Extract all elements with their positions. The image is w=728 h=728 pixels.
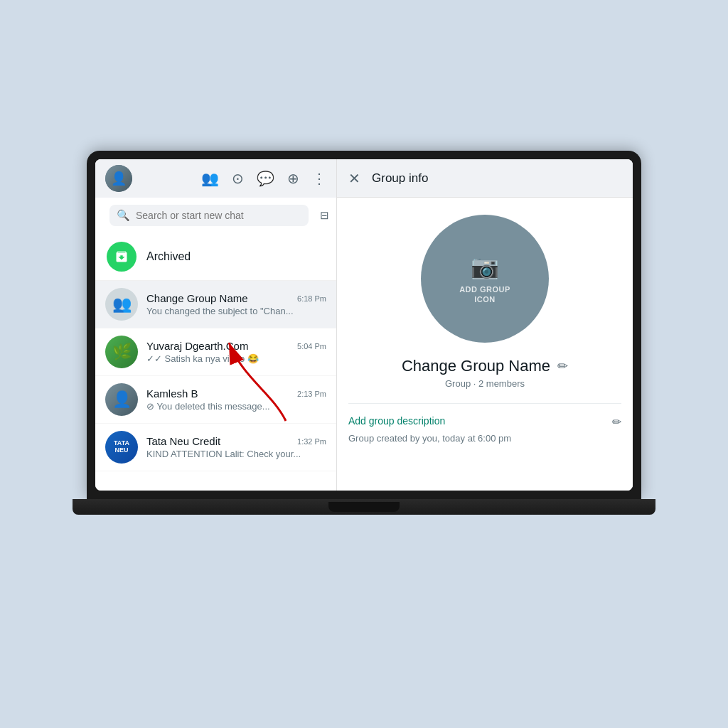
status-icon[interactable]: ⊙ bbox=[232, 170, 244, 187]
chat-preview-kamlesh: ⊘ You deleted this message... bbox=[146, 401, 326, 412]
chat-item-group[interactable]: 👥 Change Group Name 6:18 Pm You changed … bbox=[95, 281, 336, 328]
search-row: 🔍 ⊟ bbox=[95, 198, 336, 233]
chat-content-yuvaraj: Yuvaraj Dgearth.Com 5:04 Pm ✓✓ Satish ka… bbox=[146, 340, 326, 364]
avatar-kamlesh: 👤 bbox=[105, 383, 138, 416]
group-desc-row: Add group description ✏ bbox=[348, 415, 621, 429]
chat-content-kamlesh: Kamlesh B 2:13 Pm ⊘ You deleted this mes… bbox=[146, 387, 326, 412]
right-panel: ✕ Group info 📷 ADD GROUP ICON bbox=[337, 159, 633, 491]
chat-list: 👥 Change Group Name 6:18 Pm You changed … bbox=[95, 281, 336, 491]
group-info-body: 📷 ADD GROUP ICON Change Group Name ✏ bbox=[337, 198, 633, 491]
laptop-base bbox=[73, 499, 655, 515]
chat-header: 👤 👥 ⊙ 💬 ⊕ ⋮ bbox=[95, 159, 336, 198]
search-icon: 🔍 bbox=[117, 209, 130, 222]
group-avatar: 👥 bbox=[105, 288, 138, 321]
group-meta: Group · 2 members bbox=[445, 378, 525, 389]
chat-name-tata: Tata Neu Credit bbox=[146, 435, 220, 447]
add-group-icon-label: ADD GROUP ICON bbox=[459, 284, 510, 305]
chat-item-tata[interactable]: TATANEU Tata Neu Credit 1:32 Pm KIND ATT… bbox=[95, 424, 336, 471]
left-panel: 👤 👥 ⊙ 💬 ⊕ ⋮ bbox=[95, 159, 337, 491]
laptop-lid: 👤 👥 ⊙ 💬 ⊕ ⋮ bbox=[87, 151, 641, 499]
camera-icon: 📷 bbox=[471, 253, 499, 280]
chat-preview-group: You changed the subject to "Chan... bbox=[146, 306, 326, 316]
group-created-text: Group created by you, today at 6:00 pm bbox=[348, 433, 621, 444]
chat-preview-yuvaraj: ✓✓ Satish ka nya video 😂 bbox=[146, 353, 326, 364]
edit-group-name-icon[interactable]: ✏ bbox=[557, 358, 568, 374]
group-info-header: ✕ Group info bbox=[337, 159, 633, 198]
chat-time-yuvaraj: 5:04 Pm bbox=[297, 342, 326, 350]
chat-item-kamlesh[interactable]: 👤 Kamlesh B 2:13 Pm ⊘ You deleted this m… bbox=[95, 376, 336, 424]
search-bar[interactable]: 🔍 bbox=[109, 205, 309, 226]
screen: 👤 👥 ⊙ 💬 ⊕ ⋮ bbox=[95, 159, 633, 491]
search-input[interactable] bbox=[136, 210, 301, 221]
group-display-name: Change Group Name bbox=[402, 357, 550, 375]
user-avatar[interactable]: 👤 bbox=[105, 165, 132, 192]
whatsapp-app: 👤 👥 ⊙ 💬 ⊕ ⋮ bbox=[95, 159, 633, 491]
chat-name-group: Change Group Name bbox=[146, 292, 248, 304]
laptop-notch bbox=[328, 502, 400, 512]
chat-time-kamlesh: 2:13 Pm bbox=[297, 390, 326, 398]
laptop-scene: 👤 👥 ⊙ 💬 ⊕ ⋮ bbox=[73, 151, 655, 577]
archived-row[interactable]: Archived bbox=[95, 233, 336, 281]
group-desc-section: Add group description ✏ Group created by… bbox=[348, 403, 621, 444]
chat-time-tata: 1:32 Pm bbox=[297, 437, 326, 446]
avatar-tata: TATANEU bbox=[105, 431, 138, 464]
channels-icon[interactable]: 💬 bbox=[257, 170, 274, 187]
chat-content-tata: Tata Neu Credit 1:32 Pm KIND ATTENTION L… bbox=[146, 435, 326, 459]
header-icons: 👥 ⊙ 💬 ⊕ ⋮ bbox=[201, 170, 326, 187]
new-chat-icon[interactable]: ⊕ bbox=[287, 170, 299, 187]
chat-preview-tata: KIND ATTENTION Lalit: Check your... bbox=[146, 449, 326, 459]
group-info-title: Group info bbox=[372, 171, 428, 186]
chat-item-yuvaraj[interactable]: 🌿 Yuvaraj Dgearth.Com 5:04 Pm ✓✓ Satish … bbox=[95, 328, 336, 376]
archived-label: Archived bbox=[146, 250, 191, 263]
chat-name-kamlesh: Kamlesh B bbox=[146, 387, 198, 400]
chat-name-yuvaraj: Yuvaraj Dgearth.Com bbox=[146, 340, 248, 352]
community-icon[interactable]: 👥 bbox=[201, 170, 219, 187]
edit-description-icon[interactable]: ✏ bbox=[612, 415, 621, 429]
chat-content-group: Change Group Name 6:18 Pm You changed th… bbox=[146, 292, 326, 316]
add-description-button[interactable]: Add group description bbox=[348, 415, 445, 427]
group-photo-upload[interactable]: 📷 ADD GROUP ICON bbox=[421, 215, 549, 343]
archived-icon bbox=[107, 242, 136, 272]
avatar-yuvaraj: 🌿 bbox=[105, 336, 138, 368]
filter-icon[interactable]: ⊟ bbox=[320, 209, 329, 222]
close-button[interactable]: ✕ bbox=[348, 170, 360, 187]
chat-time-group: 6:18 Pm bbox=[297, 294, 326, 303]
group-name-row: Change Group Name ✏ bbox=[402, 357, 568, 375]
menu-icon[interactable]: ⋮ bbox=[312, 170, 326, 187]
